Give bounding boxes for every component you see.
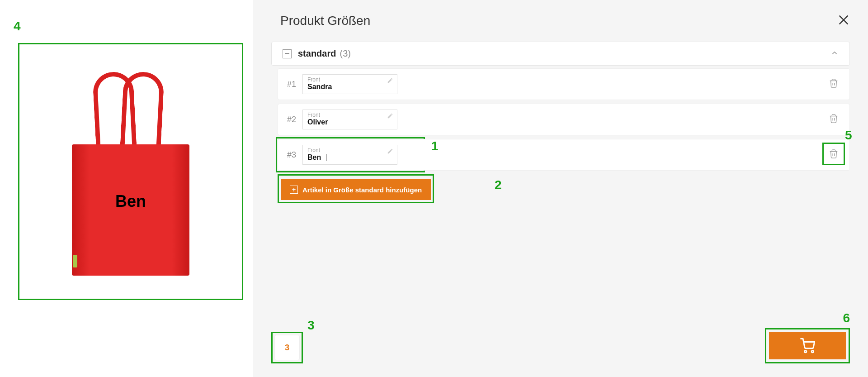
- main-panel: Produkt Größen standard (3) #1 Front: [253, 0, 868, 377]
- delete-button[interactable]: [827, 112, 840, 127]
- svg-point-3: [811, 351, 813, 353]
- item-index: #3: [287, 150, 296, 160]
- edit-icon[interactable]: [387, 148, 393, 156]
- size-name: standard: [298, 48, 336, 59]
- annotation-6: 6: [843, 311, 850, 325]
- collapse-icon[interactable]: [283, 49, 292, 58]
- tote-bag-image: Ben: [67, 72, 194, 280]
- product-preview: Ben: [18, 43, 243, 300]
- edit-icon[interactable]: [387, 77, 393, 86]
- chevron-up-icon: [830, 49, 839, 59]
- add-item-button[interactable]: + Artikel in Größe standard hinzufügen: [281, 179, 431, 200]
- cart-count: 3: [274, 335, 300, 360]
- front-input[interactable]: [307, 153, 326, 162]
- annotation-5: 5: [845, 128, 852, 143]
- front-input[interactable]: [307, 118, 392, 126]
- delete-button[interactable]: [827, 147, 840, 162]
- front-input[interactable]: [307, 83, 392, 91]
- annotation-1: 1: [431, 139, 439, 153]
- item-index: #1: [287, 80, 296, 89]
- front-input-group[interactable]: Front: [302, 110, 397, 129]
- cart-button[interactable]: [769, 332, 846, 359]
- input-label: Front: [307, 147, 392, 153]
- page-title: Produkt Größen: [280, 14, 370, 28]
- cart-icon: [800, 338, 815, 353]
- preview-text: Ben: [72, 192, 189, 211]
- add-button-label: Artikel in Größe standard hinzufügen: [302, 186, 422, 194]
- item-index: #2: [287, 115, 296, 124]
- edit-icon[interactable]: [387, 113, 393, 121]
- input-label: Front: [307, 76, 392, 83]
- delete-button[interactable]: [827, 76, 840, 92]
- input-label: Front: [307, 112, 392, 118]
- annotation-4: 4: [14, 19, 21, 33]
- front-input-group[interactable]: Front: [302, 74, 397, 94]
- annotation-2: 2: [495, 178, 502, 192]
- preview-panel: 4 Ben: [0, 0, 253, 377]
- size-count: (3): [340, 48, 350, 59]
- plus-icon: +: [290, 186, 298, 194]
- svg-point-2: [805, 351, 807, 353]
- front-input-group[interactable]: Front: [302, 145, 397, 165]
- item-row: #1 Front: [278, 68, 850, 100]
- item-row: #3 Front 5: [278, 139, 850, 171]
- item-row: #2 Front: [278, 104, 850, 135]
- annotation-3: 3: [307, 318, 315, 333]
- close-button[interactable]: [837, 14, 850, 28]
- size-group-header[interactable]: standard (3): [271, 42, 850, 66]
